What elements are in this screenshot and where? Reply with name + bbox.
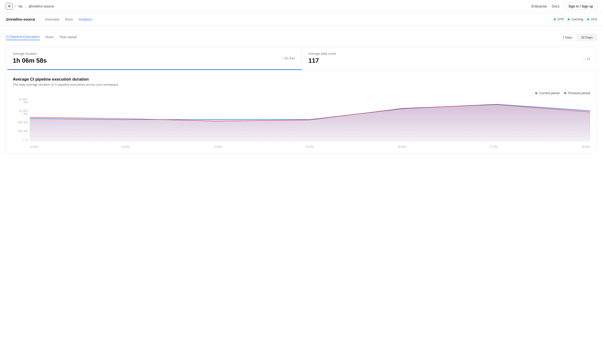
tab-analytics[interactable]: Analytics [79, 17, 92, 21]
x-axis: 12 Dec 13 Dec 14 Dec 15 Dec 16 Dec 17 De… [30, 144, 590, 148]
y-label-1h15m: 1h 15m00s [13, 109, 28, 115]
vcs-dot [587, 18, 589, 20]
chart-plot-area: 12 Dec 13 Dec 14 Dec 15 Dec 16 Dec 17 De… [30, 98, 590, 148]
x-label-14dec: 14 Dec [214, 145, 222, 148]
avg-daily-count-delta: ↓ -11 [583, 57, 590, 60]
tab-overview[interactable]: Overview [45, 17, 59, 21]
breadcrumb-repo[interactable]: @nrwl/nx-source [29, 4, 54, 8]
avg-duration-value: 1h 06m 58s [13, 57, 295, 64]
period-buttons: 7 Days 30 Days [558, 34, 597, 41]
analytics-tabs-row: CI Pipeline Executions Runs Time saved 7… [6, 34, 597, 41]
avg-daily-count-label: Average daily count [309, 52, 591, 55]
period-7-days[interactable]: 7 Days [558, 34, 577, 41]
stats-row: Average duration 1h 06m 58s ↑ 2m 41s Ave… [6, 47, 597, 70]
dte-dot [554, 18, 556, 20]
legend-previous-dot [564, 92, 566, 94]
status-indicators: DTE Caching VCS [554, 17, 597, 21]
chart-legend: Current period Previous period [13, 91, 590, 95]
avg-daily-count-card: Average daily count 117 ↓ -11 [302, 47, 597, 70]
y-label-lt1s: < 1s [13, 138, 28, 141]
analytics-tabs: CI Pipeline Executions Runs Time saved [6, 35, 558, 40]
docs-link[interactable]: Docs [552, 4, 559, 8]
enterprise-link[interactable]: Enterprise [531, 4, 547, 8]
sub-nav: Overview Runs Analytics [45, 17, 92, 21]
dte-label: DTE [557, 17, 564, 21]
x-label-18dec: 18 Dec [582, 145, 590, 148]
dte-status: DTE [554, 17, 564, 21]
legend-previous-label: Previous period [568, 91, 590, 95]
top-nav: ⊡ / Nx / @nrwl/nx-source Enterprise Docs… [0, 0, 603, 12]
tab-ci-pipeline-executions[interactable]: CI Pipeline Executions [6, 35, 40, 40]
vcs-status: VCS [587, 17, 597, 21]
breadcrumb-sep-2: / [25, 4, 26, 9]
tab-time-saved[interactable]: Time saved [59, 35, 77, 40]
x-label-15dec: 15 Dec [306, 145, 314, 148]
y-label-25m: 25m 00s [13, 129, 28, 132]
chart-with-axes: 1h 40m00s 1h 15m00s 50m 00s 25m 00s < 1s [13, 98, 590, 148]
chart-subtitle: The daily average duration of CI pipelin… [13, 83, 590, 86]
tab-runs[interactable]: Runs [46, 35, 54, 40]
legend-previous: Previous period [564, 91, 590, 95]
y-axis: 1h 40m00s 1h 15m00s 50m 00s 25m 00s < 1s [13, 98, 30, 148]
x-label-13dec: 13 Dec [122, 145, 130, 148]
avg-daily-count-value: 117 [309, 57, 591, 64]
period-30-days[interactable]: 30 Days [577, 34, 597, 41]
top-nav-right: Enterprise Docs Sign in / Sign up [531, 3, 597, 10]
workspace-title: @nrwl/nx-source [6, 17, 40, 21]
legend-current-label: Current period [539, 91, 559, 95]
caching-dot [568, 18, 570, 20]
chart-svg [30, 98, 590, 144]
previous-period-fill [30, 105, 590, 141]
x-label-17dec: 17 Dec [490, 145, 498, 148]
x-label-16dec: 16 Dec [398, 145, 406, 148]
sub-header: @nrwl/nx-source Overview Runs Analytics … [0, 12, 603, 26]
avg-duration-delta: ↑ 2m 41s [282, 56, 295, 60]
chart-title: Average CI pipeline execution duration [13, 77, 590, 82]
caching-label: Caching [571, 17, 583, 21]
tab-runs[interactable]: Runs [65, 17, 73, 21]
legend-current: Current period [535, 91, 559, 95]
avg-duration-card: Average duration 1h 06m 58s ↑ 2m 41s [6, 47, 302, 70]
vcs-label: VCS [591, 17, 597, 21]
breadcrumb-sep-1: / [15, 4, 16, 9]
sign-in-button[interactable]: Sign in / Sign up [564, 3, 597, 10]
y-label-50m: 50m 00s [13, 121, 28, 124]
logo-icon: ⊡ [6, 3, 12, 10]
legend-current-dot [535, 92, 537, 94]
main-content: CI Pipeline Executions Runs Time saved 7… [0, 26, 603, 162]
y-label-1h40m: 1h 40m00s [13, 98, 28, 104]
avg-duration-label: Average duration [13, 52, 295, 55]
breadcrumb-nx[interactable]: Nx [18, 4, 23, 8]
chart-section: Average CI pipeline execution duration T… [6, 70, 597, 154]
caching-status: Caching [568, 17, 583, 21]
x-label-12dec: 12 Dec [30, 145, 38, 148]
